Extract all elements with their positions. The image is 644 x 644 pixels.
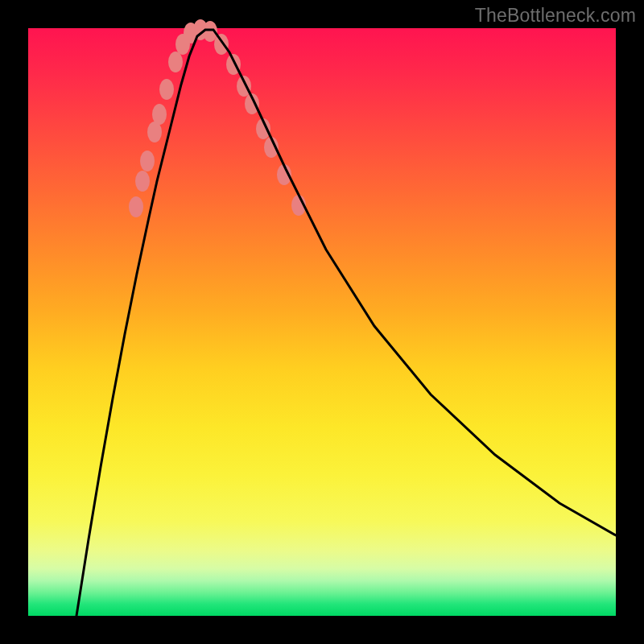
data-marker — [140, 151, 155, 171]
data-marker — [214, 34, 229, 55]
chart-svg — [28, 28, 616, 616]
data-marker — [168, 52, 183, 72]
data-marker — [152, 104, 167, 125]
data-marker — [135, 171, 150, 192]
watermark-text: TheBottleneck.com — [475, 5, 636, 27]
data-marker — [159, 79, 174, 100]
chart-frame: TheBottleneck.com — [0, 0, 644, 644]
data-marker — [129, 196, 143, 217]
